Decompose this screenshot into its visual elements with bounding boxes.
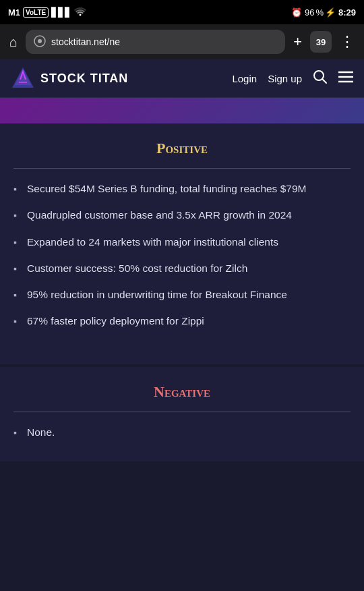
wifi-icon: [74, 7, 86, 18]
browser-chrome: ⌂ stocktitan.net/ne + 39 ⋮: [0, 24, 364, 59]
tabs-count-button[interactable]: 39: [310, 31, 332, 53]
negative-bullet-item: None.: [13, 424, 351, 440]
positive-bullet-item: 67% faster policy deployment for Zippi: [13, 313, 351, 329]
positive-bullet-item: 95% reduction in underwriting time for B…: [13, 287, 351, 302]
positive-bullet-item: Expanded to 24 markets with major instit…: [13, 234, 351, 250]
site-icon: [34, 35, 46, 49]
site-header: STOCK TITAN Login Sign up: [0, 59, 364, 98]
main-content: Positive Secured $54M Series B funding, …: [0, 123, 364, 364]
signal-icon: ▋▋▋: [51, 7, 71, 18]
login-link[interactable]: Login: [232, 73, 257, 84]
svg-point-1: [38, 39, 42, 43]
home-button[interactable]: ⌂: [7, 32, 20, 53]
url-text: stocktitan.net/ne: [51, 36, 120, 47]
search-button[interactable]: [313, 69, 328, 88]
nav-links: Login Sign up: [232, 69, 353, 88]
status-bar: M1 VoLTE ▋▋▋ ⏰ 96 % ⚡ 8:29: [0, 0, 364, 24]
negative-title: Negative: [13, 383, 351, 401]
logo-text: STOCK TITAN: [40, 72, 128, 86]
positive-bullet-item: Quadrupled customer base and 3.5x ARR gr…: [13, 207, 351, 223]
signup-link[interactable]: Sign up: [268, 73, 302, 84]
negative-divider: [13, 412, 351, 412]
time-display: 8:29: [338, 7, 356, 18]
url-bar[interactable]: stocktitan.net/ne: [26, 30, 285, 54]
battery-icon: 96 % ⚡: [305, 7, 336, 18]
volte-badge: VoLTE: [23, 7, 49, 18]
logo-icon: [11, 66, 35, 90]
negative-bullet-list: None.: [13, 424, 351, 440]
battery-percent: 96: [305, 7, 314, 18]
positive-section: Positive Secured $54M Series B funding, …: [13, 123, 351, 351]
svg-line-5: [323, 79, 327, 83]
new-tab-button[interactable]: +: [291, 30, 305, 53]
banner-area: [0, 98, 364, 123]
positive-bullet-list: Secured $54M Series B funding, total fun…: [13, 181, 351, 329]
status-right: ⏰ 96 % ⚡ 8:29: [291, 7, 356, 18]
positive-divider: [13, 168, 351, 169]
alarm-icon: ⏰: [291, 7, 302, 18]
menu-button[interactable]: [338, 71, 353, 86]
home-icon: ⌂: [9, 34, 18, 49]
positive-bullet-item: Customer success: 50% cost reduction for…: [13, 260, 351, 276]
positive-title: Positive: [13, 140, 351, 157]
carrier-label: M1: [8, 7, 20, 18]
negative-section: Negative None.: [0, 367, 364, 461]
status-carrier: M1 VoLTE ▋▋▋: [8, 7, 86, 18]
positive-bullet-item: Secured $54M Series B funding, total fun…: [13, 181, 351, 196]
logo-container: STOCK TITAN: [11, 66, 128, 90]
more-menu-button[interactable]: ⋮: [337, 30, 357, 53]
